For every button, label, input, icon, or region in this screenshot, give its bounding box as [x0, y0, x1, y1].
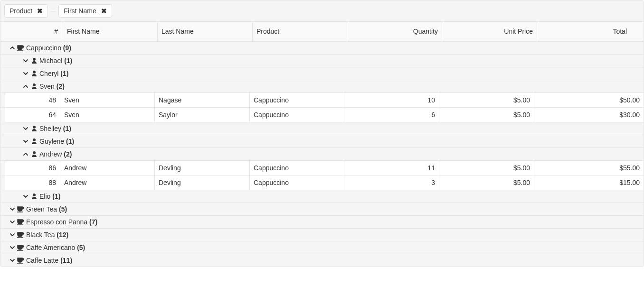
cell-lastname: Devling [155, 161, 250, 175]
group-chip-firstname[interactable]: First Name ✖ [58, 4, 112, 18]
cell-quantity: 6 [344, 108, 439, 122]
svg-point-0 [33, 58, 36, 61]
firstname-group-row[interactable]: Michael (1) [0, 54, 644, 67]
table-row[interactable]: 64 Sven Saylor Cappuccino 6 $5.00 $30.00 [0, 107, 644, 122]
cell-firstname: Sven [60, 93, 155, 107]
cell-quantity: 10 [344, 93, 439, 107]
cell-lastname: Devling [155, 175, 250, 190]
person-icon [30, 138, 38, 145]
group-label: Michael [39, 57, 62, 65]
person-icon [30, 125, 38, 132]
group-count: (5) [59, 205, 67, 213]
column-header-expander [0, 22, 8, 41]
chevron-down-icon[interactable] [9, 219, 16, 225]
group-count: (1) [64, 57, 72, 65]
product-group-row[interactable]: Caffe Latte (11) [0, 254, 644, 267]
chevron-down-icon[interactable] [22, 58, 29, 64]
chevron-down-icon[interactable] [9, 232, 16, 238]
cell-total: $50.00 [534, 93, 644, 107]
table-row[interactable]: 48 Sven Nagase Cappuccino 10 $5.00 $50.0… [0, 92, 644, 107]
cell-lastname: Nagase [155, 93, 250, 107]
group-count: (11) [60, 257, 72, 264]
person-icon [30, 193, 38, 200]
chevron-down-icon[interactable] [9, 206, 16, 212]
cell-product: Cappuccino [250, 175, 344, 190]
cell-firstname: Sven [60, 108, 155, 122]
data-grid: Product ✖ First Name ✖ # First Name Last… [0, 0, 644, 267]
product-group-row[interactable]: Green Tea (5) [0, 203, 644, 215]
product-group-row[interactable]: Cappuccino (9) [0, 41, 644, 54]
cell-num: 64 [5, 108, 60, 122]
chip-connector [51, 11, 56, 11]
firstname-group-row[interactable]: Andrew (2) [0, 148, 644, 160]
chevron-up-icon[interactable] [9, 45, 16, 51]
person-icon [30, 57, 38, 64]
column-header-quantity[interactable]: Quantity [347, 22, 442, 41]
product-group-row[interactable]: Espresso con Panna (7) [0, 215, 644, 228]
chevron-down-icon[interactable] [9, 245, 16, 250]
cell-total: $30.00 [534, 108, 644, 122]
svg-point-6 [33, 194, 36, 196]
group-count: (7) [89, 218, 97, 226]
chevron-up-icon[interactable] [22, 83, 29, 89]
chevron-down-icon[interactable] [22, 194, 29, 199]
column-header-num[interactable]: # [8, 22, 63, 41]
column-header-firstname[interactable]: First Name [63, 22, 158, 41]
firstname-group-row[interactable]: Guylene (1) [0, 135, 644, 148]
table-row[interactable]: 86 Andrew Devling Cappuccino 11 $5.00 $5… [0, 160, 644, 175]
svg-point-5 [33, 151, 36, 154]
coffee-cup-icon [17, 231, 25, 238]
cell-num: 86 [5, 161, 60, 175]
group-label: Caffe Latte [26, 257, 58, 264]
cell-quantity: 3 [344, 175, 439, 190]
chevron-up-icon[interactable] [22, 151, 29, 157]
group-count: (2) [64, 150, 72, 158]
cell-unitprice: $5.00 [439, 161, 534, 175]
close-icon[interactable]: ✖ [101, 7, 107, 15]
product-group-row[interactable]: Black Tea (12) [0, 228, 644, 241]
svg-point-2 [33, 83, 36, 86]
cell-unitprice: $5.00 [439, 93, 534, 107]
chevron-down-icon[interactable] [9, 258, 16, 263]
firstname-group-row[interactable]: Shelley (1) [0, 122, 644, 135]
firstname-group-row[interactable]: Sven (2) [0, 80, 644, 92]
cell-total: $55.00 [534, 161, 644, 175]
group-count: (1) [66, 138, 74, 145]
firstname-group-row[interactable]: Elio (1) [0, 190, 644, 203]
cell-unitprice: $5.00 [439, 175, 534, 190]
person-icon [30, 83, 38, 90]
cell-firstname: Andrew [60, 161, 155, 175]
chevron-down-icon[interactable] [22, 126, 29, 131]
group-label: Sven [39, 83, 55, 90]
product-group-row[interactable]: Caffe Americano (5) [0, 241, 644, 254]
column-header-product[interactable]: Product [253, 22, 347, 41]
group-chip-label: Product [9, 7, 32, 15]
coffee-cup-icon [17, 206, 25, 212]
chevron-down-icon[interactable] [22, 138, 29, 144]
svg-point-4 [33, 138, 36, 141]
person-icon [30, 70, 38, 77]
column-header-row: # First Name Last Name Product Quantity … [0, 22, 644, 41]
group-label: Andrew [39, 150, 62, 158]
group-label: Elio [39, 193, 50, 200]
group-count: (9) [63, 44, 71, 52]
group-label: Cappuccino [26, 44, 61, 52]
column-header-lastname[interactable]: Last Name [158, 22, 253, 41]
coffee-cup-icon [17, 219, 25, 225]
group-chip-product[interactable]: Product ✖ [4, 4, 48, 18]
table-row[interactable]: 88 Andrew Devling Cappuccino 3 $5.00 $15… [0, 175, 644, 190]
group-label: Caffe Americano [26, 244, 75, 251]
firstname-group-row[interactable]: Cheryl (1) [0, 67, 644, 80]
coffee-cup-icon [17, 45, 25, 51]
column-header-unitprice[interactable]: Unit Price [442, 22, 537, 41]
column-header-total[interactable]: Total [537, 22, 644, 41]
close-icon[interactable]: ✖ [37, 7, 43, 15]
cell-num: 88 [5, 175, 60, 190]
person-icon [30, 151, 38, 157]
group-label: Black Tea [26, 231, 55, 239]
group-label: Cheryl [39, 70, 58, 77]
group-chip-label: First Name [64, 7, 96, 15]
chevron-down-icon[interactable] [22, 71, 29, 76]
cell-num: 48 [5, 93, 60, 107]
cell-quantity: 11 [344, 161, 439, 175]
